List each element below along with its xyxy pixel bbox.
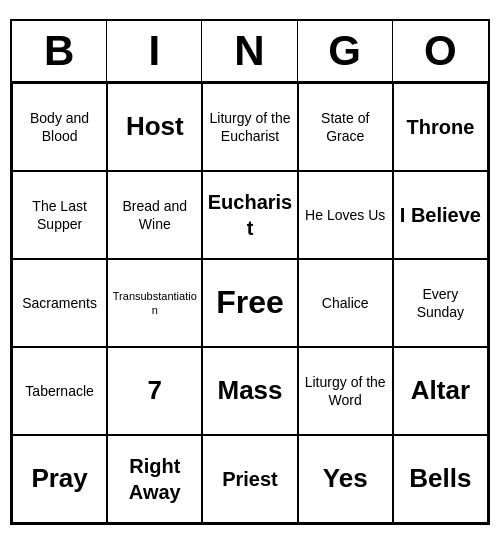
- bingo-cell: Tabernacle: [12, 347, 107, 435]
- bingo-cell: The Last Supper: [12, 171, 107, 259]
- bingo-cell: Liturgy of the Word: [298, 347, 393, 435]
- bingo-cell: Pray: [12, 435, 107, 523]
- bingo-cell: Right Away: [107, 435, 202, 523]
- bingo-header: BINGO: [12, 21, 488, 83]
- bingo-grid: Body and BloodHostLiturgy of the Euchari…: [12, 83, 488, 523]
- bingo-cell: State of Grace: [298, 83, 393, 171]
- bingo-cell: Bells: [393, 435, 488, 523]
- bingo-cell: Transubstantiation: [107, 259, 202, 347]
- header-letter: I: [107, 21, 202, 81]
- bingo-cell: Chalice: [298, 259, 393, 347]
- bingo-cell: Body and Blood: [12, 83, 107, 171]
- bingo-cell: I Believe: [393, 171, 488, 259]
- bingo-cell: Priest: [202, 435, 297, 523]
- bingo-cell: Free: [202, 259, 297, 347]
- bingo-card: BINGO Body and BloodHostLiturgy of the E…: [10, 19, 490, 525]
- bingo-cell: Sacraments: [12, 259, 107, 347]
- header-letter: B: [12, 21, 107, 81]
- bingo-cell: Every Sunday: [393, 259, 488, 347]
- bingo-cell: Yes: [298, 435, 393, 523]
- bingo-cell: Host: [107, 83, 202, 171]
- bingo-cell: 7: [107, 347, 202, 435]
- bingo-cell: Bread and Wine: [107, 171, 202, 259]
- header-letter: O: [393, 21, 488, 81]
- header-letter: N: [202, 21, 297, 81]
- bingo-cell: Mass: [202, 347, 297, 435]
- bingo-cell: Liturgy of the Eucharist: [202, 83, 297, 171]
- bingo-cell: Altar: [393, 347, 488, 435]
- bingo-cell: Throne: [393, 83, 488, 171]
- bingo-cell: He Loves Us: [298, 171, 393, 259]
- bingo-cell: Eucharist: [202, 171, 297, 259]
- header-letter: G: [298, 21, 393, 81]
